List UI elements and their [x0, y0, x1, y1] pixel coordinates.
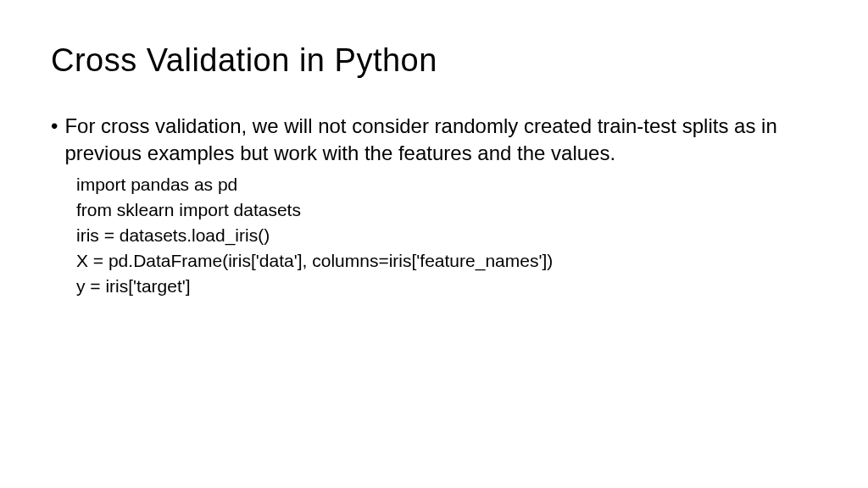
- code-line: y = iris['target']: [76, 274, 817, 299]
- slide-title: Cross Validation in Python: [51, 42, 817, 79]
- code-line: import pandas as pd: [76, 172, 817, 197]
- code-block: import pandas as pd from sklearn import …: [76, 172, 817, 299]
- code-line: iris = datasets.load_iris(): [76, 223, 817, 248]
- code-line: from sklearn import datasets: [76, 197, 817, 223]
- bullet-item: • For cross validation, we will not cons…: [51, 113, 817, 167]
- bullet-text: For cross validation, we will not consid…: [64, 113, 817, 167]
- code-line: X = pd.DataFrame(iris['data'], columns=i…: [76, 248, 817, 274]
- bullet-marker-icon: •: [51, 113, 58, 140]
